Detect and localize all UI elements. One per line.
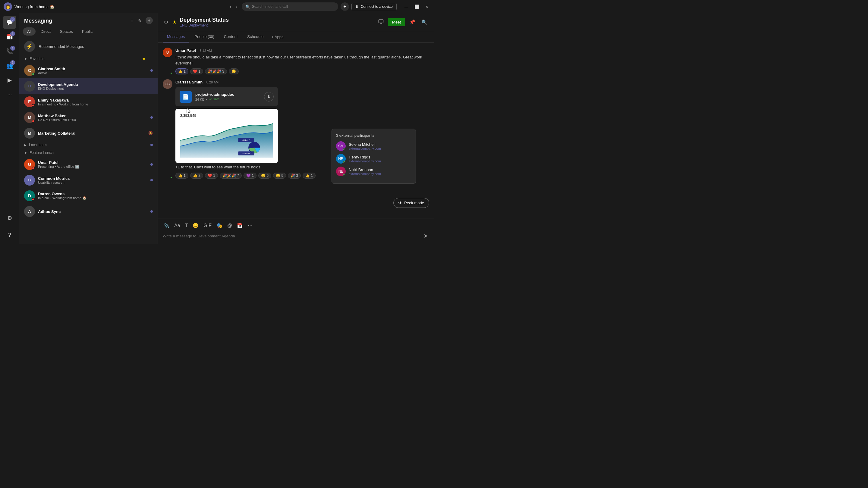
search-messages-button[interactable]: 🔍 — [420, 18, 429, 26]
contact-name: Umar Patel — [38, 160, 147, 165]
messaging-panel: Messaging ≡ ✎ + All Direct Spaces Public… — [19, 13, 158, 244]
contact-status: In a call • Working from home 🏠 — [38, 196, 153, 200]
reaction-button[interactable]: 😊 — [229, 68, 239, 74]
compose-input[interactable] — [163, 233, 422, 239]
message-sender: Umar Patel — [176, 48, 196, 53]
list-item[interactable]: C Clarissa Smith Active — [19, 63, 158, 78]
sidebar-item-help[interactable]: ? — [3, 228, 16, 241]
tab-all[interactable]: All — [23, 27, 36, 36]
more-compose-button[interactable]: ⋯ — [247, 222, 253, 229]
tab-messages[interactable]: Messages — [163, 31, 189, 42]
reaction-button[interactable]: 🎉 3 — [288, 173, 301, 178]
contact-name: Development Agenda — [38, 82, 153, 87]
pin-button[interactable]: 📌 — [407, 18, 417, 26]
format-button[interactable]: T — [184, 222, 189, 229]
message-avatar-wrap: CS — [163, 79, 173, 178]
reaction-button[interactable]: 💜 1 — [244, 173, 256, 178]
recommended-label: Recommended Messages — [38, 44, 84, 49]
monitor-icon: 🖥 — [355, 4, 359, 9]
feature-launch-section[interactable]: ▼ Feature launch — [19, 149, 158, 157]
send-button[interactable]: ➤ — [422, 231, 429, 240]
online-dot — [343, 173, 345, 176]
list-item[interactable]: E Emily Nakagawa In a meeting • Working … — [19, 94, 158, 110]
person-info: Nikki Brennan externalcompany.com — [349, 167, 381, 175]
online-dot — [343, 161, 345, 163]
reaction-button[interactable]: ❤️ 1 — [190, 68, 203, 74]
attach-button[interactable]: 📎 — [163, 222, 170, 229]
tab-content[interactable]: Content — [220, 31, 242, 42]
section-unread-dot — [150, 144, 153, 146]
tab-add-apps[interactable]: + Apps — [269, 31, 286, 42]
reaction-button[interactable]: 👍 1 — [303, 173, 315, 178]
app-title: Working from home 🏠 — [14, 4, 223, 9]
list-item[interactable]: C Common Metrics Usability research — [19, 172, 158, 188]
user-avatar[interactable]: 👩 — [4, 2, 12, 11]
search-bar[interactable]: 🔍 Search, meet, and call — [242, 2, 338, 11]
rich-text-button[interactable]: Aa — [174, 222, 181, 229]
tab-direct[interactable]: Direct — [36, 27, 55, 36]
external-person: HR Henry Riggs externalcompany.com — [336, 154, 411, 164]
reaction-button[interactable]: 😊 6 — [258, 173, 271, 178]
peek-mode-button[interactable]: 👁 Peek mode — [393, 198, 429, 208]
list-item[interactable]: M Marketing Collateral 🔕 — [19, 125, 158, 141]
recommended-messages[interactable]: ⚡ Recommended Messages — [19, 38, 158, 55]
list-item[interactable]: D Development Agenda ENG Deployment — [19, 78, 158, 94]
sidebar-item-calendar[interactable]: 📅 1 — [3, 30, 16, 43]
download-button[interactable]: ⬇ — [264, 92, 274, 101]
minimize-button[interactable]: — — [403, 4, 410, 10]
chevron-down-icon: ▼ — [24, 57, 27, 61]
person-company: externalcompany.com — [349, 147, 381, 150]
share-screen-button[interactable] — [376, 18, 385, 27]
reaction-button[interactable]: 👍 2 — [190, 173, 203, 178]
emoji-button[interactable]: 😊 — [192, 222, 199, 229]
close-button[interactable]: ✕ — [424, 4, 430, 10]
sidebar-item-settings[interactable]: ⚙ — [3, 212, 16, 225]
filter-button[interactable]: ≡ — [129, 17, 134, 25]
back-button[interactable]: ‹ — [228, 3, 233, 10]
tab-spaces[interactable]: Spaces — [56, 27, 77, 36]
contact-info: Matthew Baker Do Not Disturb until 16:00 — [38, 113, 147, 122]
tab-people[interactable]: People (30) — [190, 31, 218, 42]
tab-schedule[interactable]: Schedule — [243, 31, 268, 42]
sidebar-item-people[interactable]: 👥 1 — [3, 59, 16, 72]
gif-button[interactable]: GIF — [203, 222, 212, 229]
reaction-button[interactable]: 😊 9 — [273, 173, 286, 178]
sticker-button[interactable]: 🎭 — [216, 222, 223, 229]
maximize-button[interactable]: ⬜ — [412, 4, 421, 10]
icon-sidebar: 💬 5 📅 1 📞 1 👥 1 ▶ ··· ⚙ ? — [0, 13, 19, 244]
forward-button[interactable]: › — [234, 3, 239, 10]
reaction-button[interactable]: 🎉🎉🎉 3 — [205, 68, 227, 74]
schedule-button[interactable]: 📅 — [236, 222, 244, 229]
contact-status: Do Not Disturb until 16:00 — [38, 118, 147, 122]
sidebar-item-calls[interactable]: 📞 1 — [3, 44, 16, 58]
tab-public[interactable]: Public — [78, 27, 97, 36]
add-messaging-button[interactable]: + — [146, 17, 153, 24]
chat-header-left: Deployment Status ENG Deployment — [180, 17, 373, 27]
peek-mode-label: Peek mode — [404, 201, 424, 205]
reaction-button[interactable]: ❤️ 1 — [205, 173, 218, 178]
list-item[interactable]: A Adhoc Sync — [19, 204, 158, 219]
meet-button[interactable]: Meet — [388, 18, 405, 26]
list-item[interactable]: U Umar Patel Presenting • At the office … — [19, 157, 158, 172]
sidebar-item-teams[interactable]: ▶ — [3, 73, 16, 87]
person-info: Henry Riggs externalcompany.com — [349, 155, 381, 163]
reaction-button[interactable]: 👍 1 — [176, 173, 188, 178]
compose-new-button[interactable]: ✎ — [137, 17, 143, 25]
mention-button[interactable]: @ — [227, 222, 233, 229]
sidebar-item-chat[interactable]: 💬 5 — [3, 16, 16, 29]
favorites-label: Favorites — [30, 57, 44, 61]
unread-indicator — [150, 179, 153, 181]
settings-button[interactable]: ⚙ — [163, 18, 169, 26]
list-item[interactable]: M Matthew Baker Do Not Disturb until 16:… — [19, 110, 158, 125]
reaction-button[interactable]: 🎉🎉🎉 7 — [220, 173, 242, 178]
avatar: M — [24, 128, 35, 138]
connect-device-button[interactable]: 🖥 Connect to a device — [351, 3, 397, 10]
local-team-section[interactable]: ▶ Local team — [19, 141, 158, 149]
add-button[interactable]: + — [341, 2, 349, 11]
reaction-button[interactable]: 👍 1 — [176, 68, 188, 74]
sidebar-item-more[interactable]: ··· — [3, 88, 16, 101]
message-sender: Clarissa Smith — [176, 80, 203, 84]
favorites-section[interactable]: ▼ Favorites ★ — [19, 55, 158, 63]
contact-status: Usability research — [38, 181, 147, 184]
list-item[interactable]: D Darren Owens In a call • Working from … — [19, 188, 158, 204]
